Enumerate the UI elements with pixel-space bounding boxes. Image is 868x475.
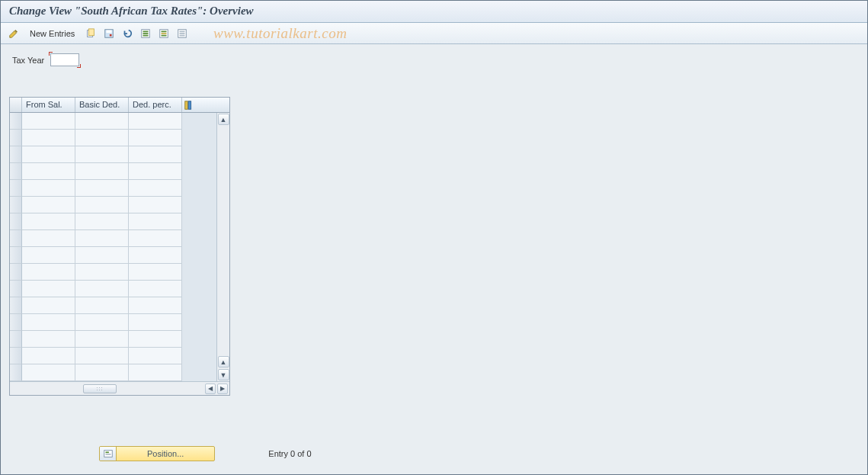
- cell-ded_perc[interactable]: [129, 163, 182, 180]
- svg-rect-12: [162, 34, 167, 36]
- row-selector[interactable]: [10, 264, 22, 281]
- cell-ded_perc[interactable]: [129, 247, 182, 264]
- table-row: [10, 364, 216, 381]
- row-selector[interactable]: [10, 180, 22, 197]
- row-selector[interactable]: [10, 130, 22, 146]
- configure-columns-button[interactable]: [182, 98, 195, 112]
- row-selector[interactable]: [10, 364, 22, 381]
- vertical-scrollbar[interactable]: ▲ ▲ ▼: [216, 113, 229, 381]
- cell-basic_ded[interactable]: [75, 230, 129, 247]
- cell-ded_perc[interactable]: [129, 281, 182, 297]
- row-selector[interactable]: [10, 163, 22, 180]
- cell-basic_ded[interactable]: [75, 314, 129, 331]
- scroll-right-button[interactable]: ▶: [217, 384, 228, 394]
- cell-from_sal[interactable]: [22, 180, 75, 197]
- tax-year-input[interactable]: [50, 53, 79, 66]
- cell-from_sal[interactable]: [22, 230, 75, 247]
- cell-from_sal[interactable]: [22, 281, 75, 297]
- row-selector[interactable]: [10, 213, 22, 230]
- select-all-button[interactable]: [138, 26, 153, 41]
- cell-ded_perc[interactable]: [129, 130, 182, 146]
- row-selector[interactable]: [10, 314, 22, 331]
- delete-button[interactable]: [101, 26, 117, 41]
- cell-basic_ded[interactable]: [75, 197, 129, 213]
- row-selector[interactable]: [10, 146, 22, 163]
- column-header-ded_perc[interactable]: Ded. perc.: [129, 98, 182, 112]
- cell-basic_ded[interactable]: [75, 113, 129, 130]
- hscroll-thumb[interactable]: :::: [83, 384, 117, 393]
- cell-ded_perc[interactable]: [129, 364, 182, 381]
- cell-from_sal[interactable]: [22, 130, 75, 146]
- cell-ded_perc[interactable]: [129, 331, 182, 348]
- cell-from_sal[interactable]: [22, 264, 75, 281]
- table-row: [10, 163, 216, 180]
- select-all-icon: [140, 28, 151, 39]
- row-selector[interactable]: [10, 113, 22, 130]
- scroll-down-button[interactable]: ▼: [218, 369, 229, 380]
- cell-from_sal[interactable]: [22, 146, 75, 163]
- copy-button[interactable]: [83, 26, 98, 41]
- cell-ded_perc[interactable]: [129, 180, 182, 197]
- footer-bar: Position... Entry 0 of 0: [0, 446, 868, 461]
- cell-basic_ded[interactable]: [75, 130, 129, 146]
- cell-from_sal[interactable]: [22, 364, 75, 381]
- cell-ded_perc[interactable]: [129, 297, 182, 314]
- select-block-button[interactable]: [156, 26, 171, 41]
- new-entries-label: New Entries: [30, 29, 75, 38]
- cell-from_sal[interactable]: [22, 247, 75, 264]
- table-row: [10, 247, 216, 264]
- row-selector[interactable]: [10, 297, 22, 314]
- cell-basic_ded[interactable]: [75, 297, 129, 314]
- copy-icon: [85, 28, 96, 39]
- cell-basic_ded[interactable]: [75, 281, 129, 297]
- cell-from_sal[interactable]: [22, 348, 75, 364]
- cell-basic_ded[interactable]: [75, 146, 129, 163]
- cell-from_sal[interactable]: [22, 314, 75, 331]
- cell-ded_perc[interactable]: [129, 197, 182, 213]
- row-selector-header[interactable]: [10, 98, 22, 112]
- cell-basic_ded[interactable]: [75, 264, 129, 281]
- row-selector[interactable]: [10, 331, 22, 348]
- entry-status: Entry 0 of 0: [268, 449, 311, 458]
- change-display-toggle[interactable]: [6, 26, 21, 41]
- cell-from_sal[interactable]: [22, 163, 75, 180]
- cell-ded_perc[interactable]: [129, 213, 182, 230]
- row-selector[interactable]: [10, 281, 22, 297]
- cell-basic_ded[interactable]: [75, 180, 129, 197]
- deselect-all-button[interactable]: [175, 26, 190, 41]
- cell-ded_perc[interactable]: [129, 230, 182, 247]
- scroll-up-button[interactable]: ▲: [218, 114, 229, 125]
- cell-basic_ded[interactable]: [75, 247, 129, 264]
- table-body: ▲ ▲ ▼: [10, 113, 229, 381]
- table-row: [10, 213, 216, 230]
- scroll-up2-button[interactable]: ▲: [218, 356, 229, 367]
- cell-basic_ded[interactable]: [75, 163, 129, 180]
- row-selector[interactable]: [10, 197, 22, 213]
- cell-ded_perc[interactable]: [129, 314, 182, 331]
- cell-ded_perc[interactable]: [129, 264, 182, 281]
- position-button[interactable]: Position...: [99, 446, 215, 461]
- cell-basic_ded[interactable]: [75, 213, 129, 230]
- row-selector[interactable]: [10, 247, 22, 264]
- cell-from_sal[interactable]: [22, 197, 75, 213]
- main-area: Tax Year From Sal.Basic Ded.Ded. perc. ▲…: [0, 44, 868, 405]
- new-entries-button[interactable]: New Entries: [24, 26, 80, 41]
- cell-from_sal[interactable]: [22, 331, 75, 348]
- column-header-basic_ded[interactable]: Basic Ded.: [75, 98, 129, 112]
- cell-ded_perc[interactable]: [129, 113, 182, 130]
- cell-ded_perc[interactable]: [129, 146, 182, 163]
- row-selector[interactable]: [10, 348, 22, 364]
- horizontal-scrollbar[interactable]: ::: ◀ ▶: [10, 381, 229, 395]
- cell-ded_perc[interactable]: [129, 348, 182, 364]
- table-row: [10, 146, 216, 163]
- cell-basic_ded[interactable]: [75, 331, 129, 348]
- cell-from_sal[interactable]: [22, 297, 75, 314]
- undo-button[interactable]: [120, 26, 135, 41]
- column-header-from_sal[interactable]: From Sal.: [22, 98, 75, 112]
- scroll-left-button[interactable]: ◀: [205, 384, 216, 394]
- cell-basic_ded[interactable]: [75, 348, 129, 364]
- cell-from_sal[interactable]: [22, 113, 75, 130]
- row-selector[interactable]: [10, 230, 22, 247]
- cell-from_sal[interactable]: [22, 213, 75, 230]
- cell-basic_ded[interactable]: [75, 364, 129, 381]
